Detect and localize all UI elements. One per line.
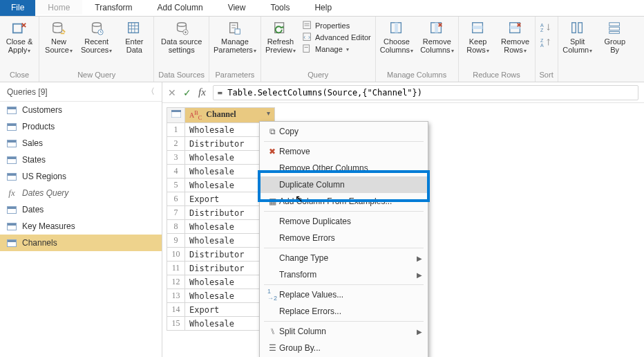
manage-icon [303, 44, 312, 54]
query-item-dates[interactable]: Dates [0, 201, 162, 218]
choose-columns-button[interactable]: Choose Columns▾ [380, 18, 413, 55]
refresh-preview-button[interactable]: Refresh Preview▾ [265, 18, 296, 55]
svg-point-9 [177, 23, 186, 27]
row-number: 10 [167, 248, 185, 262]
ctx-change-type[interactable]: Change Type▶ [260, 250, 428, 266]
enter-data-icon [126, 21, 142, 36]
svg-point-2 [92, 23, 101, 27]
select-all-cell[interactable] [167, 108, 185, 123]
remove-columns-button[interactable]: Remove Columns▾ [420, 18, 453, 55]
svg-rect-24 [395, 23, 398, 33]
remove-columns-icon [429, 21, 444, 36]
enter-data-button[interactable]: Enter Data [119, 18, 149, 54]
row-number: 9 [167, 234, 185, 248]
row-number: 13 [167, 289, 185, 303]
fx-icon: fx [198, 86, 206, 98]
file-menu[interactable]: File [0, 0, 35, 16]
remove-rows-button[interactable]: Remove Rows▾ [500, 18, 531, 55]
query-label: Dates [22, 205, 44, 214]
ctx-remove-errors[interactable]: Remove Errors [260, 230, 428, 246]
data-source-settings-button[interactable]: Data source settings [161, 18, 202, 54]
split-column-icon [570, 21, 585, 36]
close-apply-button[interactable]: Close & Apply▾ [4, 18, 35, 55]
table-icon [7, 223, 17, 230]
svg-text:A: A [540, 43, 544, 48]
table-icon [7, 107, 17, 114]
ctx-split-column[interactable]: ⑊Split Column▶ [260, 323, 428, 340]
query-item-us-regions[interactable]: US Regions [0, 168, 162, 185]
ctx-add-from-examples[interactable]: ▦Add Column From Examples... [260, 193, 428, 210]
query-item-dates-query[interactable]: fxDates Query [0, 185, 162, 201]
formula-input[interactable] [213, 85, 638, 100]
ribbon: Close & Apply▾ Close New Source▾ Recent … [0, 17, 644, 82]
formula-commit-icon[interactable]: ✓ [183, 87, 191, 98]
column-context-menu: ⧉Copy ✖Remove Remove Other Columns Dupli… [259, 121, 428, 357]
advanced-editor-button[interactable]: Advanced Editor [303, 33, 371, 42]
ctx-transform[interactable]: Transform▶ [260, 266, 428, 283]
svg-point-1 [53, 23, 62, 27]
group-label-parameters: Parameters [216, 69, 255, 80]
ctx-copy[interactable]: ⧉Copy [260, 123, 428, 140]
new-source-icon [51, 21, 66, 36]
svg-rect-41 [171, 110, 181, 112]
keep-rows-button[interactable]: Keep Rows▾ [463, 18, 493, 55]
row-number: 3 [167, 151, 185, 165]
table-icon [7, 140, 17, 147]
manage-button[interactable]: Manage▾ [303, 44, 371, 54]
new-source-button[interactable]: New Source▾ [44, 18, 74, 55]
ctx-replace-values[interactable]: 1→2Replace Values... [260, 286, 428, 303]
row-number: 15 [167, 317, 185, 331]
query-label: Channels [22, 238, 57, 248]
svg-rect-37 [609, 23, 619, 26]
tab-add-column[interactable]: Add Column [145, 0, 216, 16]
sort-asc-icon[interactable]: AZ [540, 22, 553, 33]
ctx-remove-duplicates[interactable]: Remove Duplicates [260, 213, 428, 230]
tab-home[interactable]: Home [35, 0, 82, 16]
column-filter-icon[interactable]: ▾ [267, 109, 270, 117]
group-label-reducerows: Reduce Rows [473, 69, 520, 80]
group-by-button[interactable]: Group By [600, 18, 630, 54]
query-label: Key Measures [22, 221, 75, 231]
refresh-icon [273, 21, 288, 36]
close-apply-icon [12, 21, 27, 36]
properties-button[interactable]: Properties [303, 21, 371, 30]
tab-help[interactable]: Help [302, 0, 344, 16]
ctx-duplicate-column[interactable]: Duplicate Column [260, 176, 428, 193]
query-item-products[interactable]: Products [0, 118, 162, 135]
collapse-queries-icon[interactable]: 〈 [146, 86, 155, 98]
svg-rect-38 [609, 27, 619, 30]
query-item-customers[interactable]: Customers [0, 102, 162, 118]
svg-rect-21 [303, 45, 310, 53]
tab-view[interactable]: View [216, 0, 258, 16]
query-item-channels[interactable]: Channels [0, 235, 162, 251]
sort-desc-icon[interactable]: ZA [540, 37, 553, 48]
split-column-button[interactable]: Split Column▾ [562, 18, 593, 55]
group-by-icon: ☰ [265, 343, 279, 353]
ctx-replace-errors[interactable]: Replace Errors... [260, 303, 428, 320]
row-number: 5 [167, 178, 185, 192]
advanced-editor-icon [303, 33, 312, 42]
row-number: 4 [167, 165, 185, 178]
table-icon [7, 239, 17, 247]
split-column-icon: ⑊ [265, 327, 279, 336]
keep-rows-icon [471, 21, 486, 36]
ctx-remove[interactable]: ✖Remove [260, 143, 428, 160]
svg-text:Z: Z [540, 28, 544, 33]
ctx-group-by[interactable]: ☰Group By... [260, 340, 428, 356]
ctx-remove-other[interactable]: Remove Other Columns [260, 160, 428, 176]
svg-rect-28 [472, 26, 482, 29]
manage-parameters-icon [227, 21, 243, 36]
query-label: Sales [22, 138, 43, 148]
recent-sources-button[interactable]: Recent Sources▾ [81, 18, 112, 55]
query-item-sales[interactable]: Sales [0, 135, 162, 152]
query-label: Dates Query [22, 188, 68, 198]
group-label-query: Query [307, 69, 328, 80]
row-number: 6 [167, 192, 185, 206]
tab-tools[interactable]: Tools [258, 0, 302, 16]
query-item-key-measures[interactable]: Key Measures [0, 218, 162, 235]
formula-cancel-icon[interactable]: ✕ [168, 87, 176, 98]
tab-transform[interactable]: Transform [82, 0, 144, 16]
svg-rect-39 [609, 32, 619, 34]
query-item-states[interactable]: States [0, 152, 162, 168]
manage-parameters-button[interactable]: Manage Parameters▾ [214, 18, 256, 55]
